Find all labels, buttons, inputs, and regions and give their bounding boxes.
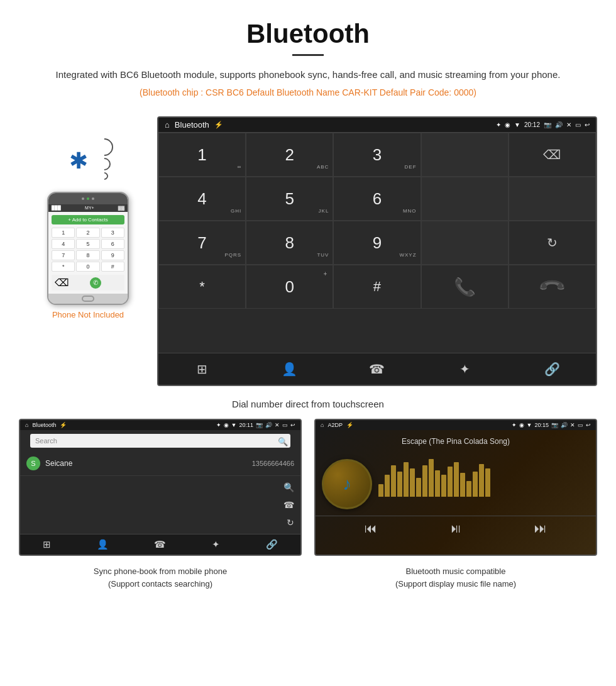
toolbar-bluetooth-icon[interactable]: ✦ [452, 360, 477, 379]
music-note-icon: ♪ [343, 474, 351, 494]
dialpad-status-bar: ⌂ Bluetooth ⚡ ✦ ◉ ▼ 20:12 📷 🔊 ✕ ▭ ↩ [158, 118, 596, 132]
phone-call-button[interactable]: ✆ [90, 277, 101, 289]
dial-empty-4 [421, 221, 509, 265]
dial-call-button[interactable]: 📞 [421, 265, 509, 309]
bottom-captions: Sync phone-book from mobile phone (Suppo… [0, 565, 616, 590]
phone-dot-green [87, 197, 89, 200]
phone-key-2: 2 [76, 228, 99, 238]
prev-button[interactable]: ⏮ [365, 521, 377, 536]
dial-key-0[interactable]: 0+ [246, 265, 333, 309]
pb-window-icon[interactable]: ▭ [282, 422, 288, 428]
pb-home-icon[interactable]: ⌂ [25, 422, 28, 428]
pb-close-icon[interactable]: ✕ [275, 422, 280, 428]
pb-link-icon[interactable]: 🔗 [266, 539, 278, 550]
dial-key-8[interactable]: 8TUV [246, 221, 333, 265]
home-icon[interactable]: ⌂ [165, 120, 170, 130]
usb-icon: ⚡ [214, 121, 223, 129]
toolbar-phone-icon[interactable]: ☎ [365, 360, 390, 379]
search-icon[interactable]: 🔍 [278, 437, 288, 446]
music-home-icon[interactable]: ⌂ [321, 422, 324, 428]
phone-not-included-label: Phone Not Included [52, 310, 124, 319]
pb-right-call-icon[interactable]: ☎ [283, 500, 294, 510]
pb-bt-toolbar-icon[interactable]: ✦ [212, 539, 220, 550]
music-title: A2DP [327, 422, 343, 428]
toolbar-apps-icon[interactable]: ⊞ [190, 360, 215, 379]
music-usb-icon: ⚡ [346, 422, 353, 428]
eq-bar-2 [385, 475, 390, 497]
song-title-area: Escape (The Pina Colada Song) [316, 430, 596, 450]
eq-bar-4 [397, 472, 402, 497]
eq-bar-10 [435, 470, 440, 497]
dial-key-3[interactable]: 3DEF [333, 133, 421, 177]
music-controls: ⏮ ⏯ ⏭ [316, 516, 596, 541]
dial-key-1[interactable]: 1∞ [158, 133, 246, 177]
next-button[interactable]: ⏭ [534, 521, 547, 536]
eq-bar-16 [473, 472, 478, 497]
bluetooth-info: (Bluetooth chip : CSR BC6 Default Blueto… [38, 87, 578, 97]
phonebook-search-bar[interactable]: Search [30, 434, 290, 448]
music-window-icon[interactable]: ▭ [578, 422, 583, 428]
main-caption: Dial number direct from touchscreen [0, 392, 616, 419]
phone-key-6: 6 [101, 239, 124, 249]
toolbar-link-icon[interactable]: 🔗 [539, 360, 564, 379]
music-bt-icon: ✦ [512, 422, 517, 428]
eq-bar-5 [404, 462, 409, 497]
phone-status-bar: ▉▉▉ MY+ ▓▓ [48, 204, 128, 212]
caption-music-line2: (Support display music file name) [314, 578, 597, 590]
dial-key-9[interactable]: 9WXYZ [333, 221, 421, 265]
pb-user-icon[interactable]: 👤 [97, 539, 109, 550]
pb-right-search-icon[interactable]: 🔍 [283, 482, 294, 492]
dial-backspace[interactable]: ⌫ [509, 133, 596, 177]
dial-empty-1 [421, 133, 509, 177]
bt-signal-graphic: ✱ [63, 135, 113, 185]
dial-empty-3 [509, 177, 596, 221]
status-bar-left: ⌂ Bluetooth ⚡ [165, 120, 223, 130]
dial-key-hash[interactable]: # [333, 265, 421, 309]
phone-mockup: ▉▉▉ MY+ ▓▓ + Add to Contacts 1 2 3 4 5 6… [47, 192, 129, 305]
play-pause-button[interactable]: ⏯ [449, 521, 462, 536]
pb-apps-icon[interactable]: ⊞ [43, 539, 51, 550]
pb-volume-icon[interactable]: 🔊 [265, 422, 272, 428]
music-volume-icon[interactable]: 🔊 [561, 422, 568, 428]
phonebook-screen: ⌂ Bluetooth ⚡ ✦ ◉ ▼ 20:11 📷 🔊 ✕ ▭ ↩ [19, 419, 302, 556]
music-camera-icon[interactable]: 📷 [551, 422, 558, 428]
caption-phonebook: Sync phone-book from mobile phone (Suppo… [19, 565, 302, 590]
pb-phone-icon[interactable]: ☎ [154, 539, 166, 550]
pb-usb-icon: ⚡ [60, 422, 67, 428]
pb-camera-icon[interactable]: 📷 [256, 422, 263, 428]
dial-key-7[interactable]: 7PQRS [158, 221, 246, 265]
phone-key-8: 8 [76, 250, 99, 260]
dial-key-2[interactable]: 2ABC [246, 133, 333, 177]
signal-arc-medium [96, 155, 113, 173]
phone-key-5: 5 [76, 239, 99, 249]
eq-bar-15 [466, 481, 471, 497]
close-btn[interactable]: ✕ [566, 121, 571, 128]
music-content: ♪ [316, 450, 596, 516]
dial-key-4[interactable]: 4GHI [158, 177, 246, 221]
music-back-icon[interactable]: ↩ [586, 422, 591, 428]
dial-key-6[interactable]: 6MNO [333, 177, 421, 221]
phone-home-button[interactable] [82, 296, 94, 302]
dial-key-5[interactable]: 5JKL [246, 177, 333, 221]
contact-avatar: S [26, 456, 40, 470]
phone-area: ✱ ▉▉▉ MY+ ▓▓ + Add to Contacts [19, 116, 157, 319]
phone-home-bar [48, 294, 128, 304]
phone-battery: ▓▓ [118, 206, 124, 211]
window-icon[interactable]: ▭ [575, 121, 581, 128]
pb-back-icon[interactable]: ↩ [290, 422, 295, 428]
dial-key-star[interactable]: * [158, 265, 246, 309]
bottom-screenshots: ⌂ Bluetooth ⚡ ✦ ◉ ▼ 20:11 📷 🔊 ✕ ▭ ↩ [0, 419, 616, 556]
music-close-icon[interactable]: ✕ [570, 422, 575, 428]
pb-signal-icon: ▼ [231, 422, 237, 428]
search-placeholder: Search [35, 437, 57, 445]
toolbar-contacts-icon[interactable]: 👤 [277, 360, 302, 379]
dial-hangup-button[interactable]: 📞 [509, 265, 596, 309]
pb-time: 20:11 [239, 422, 253, 428]
pb-right-sync-icon[interactable]: ↻ [287, 517, 294, 528]
dial-sync[interactable]: ↻ [509, 221, 596, 265]
volume-icon[interactable]: 🔊 [555, 121, 563, 128]
back-icon[interactable]: ↩ [585, 121, 590, 128]
clock: 20:12 [524, 121, 540, 128]
contact-row[interactable]: S Seicane 13566664466 [20, 451, 300, 476]
camera-icon[interactable]: 📷 [544, 121, 551, 128]
